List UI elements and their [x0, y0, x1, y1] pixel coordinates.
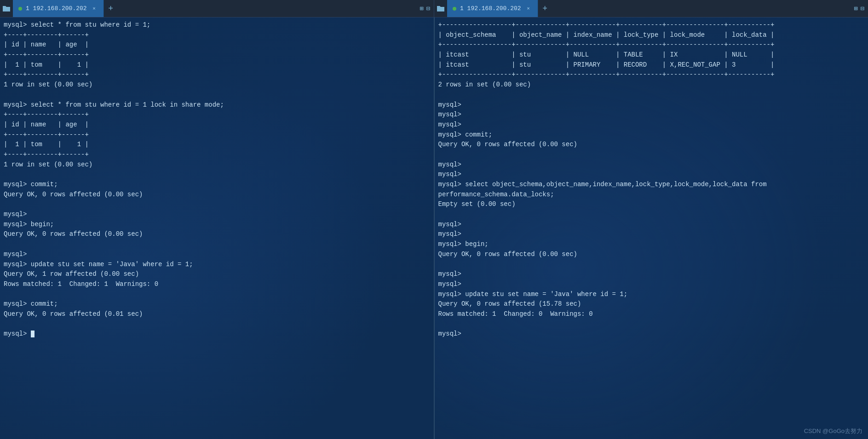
grid-icon-left[interactable]: ⊞	[420, 5, 423, 12]
tab-close-right[interactable]: ×	[525, 5, 532, 12]
right-terminal-pane[interactable]: +------------------+-------------+------…	[435, 17, 868, 439]
tab-label-left: 1 192.168.200.202	[26, 5, 87, 12]
tab-close-left[interactable]: ×	[91, 5, 98, 12]
folder-icon-right	[434, 0, 447, 17]
left-terminal-content: mysql> select * from stu where id = 1; +…	[4, 20, 430, 339]
tab-right[interactable]: 1 192.168.200.202 ×	[447, 0, 538, 17]
left-terminal-pane[interactable]: mysql> select * from stu where id = 1; +…	[0, 17, 435, 439]
tab-bar: 1 192.168.200.202 × + ⊞ ⊟ 1 192.168.200.…	[0, 0, 868, 17]
tab-status-dot-right	[453, 7, 456, 11]
split-icon-right[interactable]: ⊟	[861, 5, 864, 12]
tab-status-dot-left	[18, 7, 22, 11]
folder-icon-left	[0, 0, 13, 17]
layout-icons-left: ⊞ ⊟	[420, 5, 434, 12]
new-tab-btn-right[interactable]: +	[538, 0, 552, 17]
right-terminal-content: +------------------+-------------+------…	[438, 20, 865, 339]
layout-icons-right: ⊞ ⊟	[854, 5, 868, 12]
split-icon-left[interactable]: ⊟	[426, 5, 430, 12]
tab-bar-left: 1 192.168.200.202 × + ⊞ ⊟	[0, 0, 434, 17]
new-tab-btn-left[interactable]: +	[104, 0, 118, 17]
grid-icon-right[interactable]: ⊞	[854, 5, 857, 12]
tab-left[interactable]: 1 192.168.200.202 ×	[13, 0, 104, 17]
main-content: mysql> select * from stu where id = 1; +…	[0, 17, 868, 439]
tab-label-right: 1 192.168.200.202	[460, 5, 521, 12]
tab-bar-right: 1 192.168.200.202 × + ⊞ ⊟	[434, 0, 868, 17]
